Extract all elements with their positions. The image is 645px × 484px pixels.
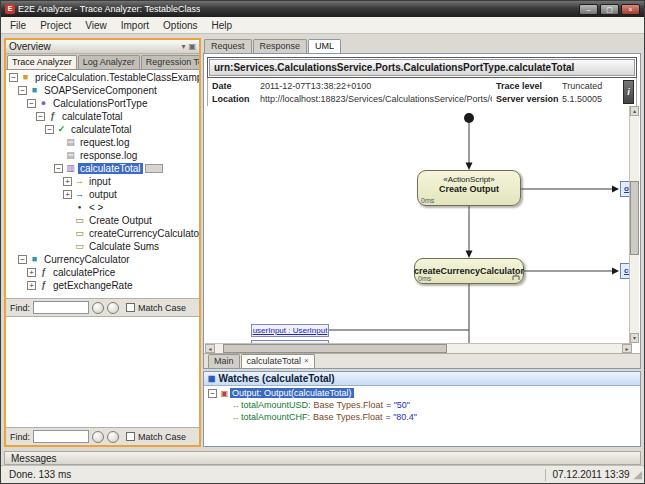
tree-row[interactable]: −■CurrencyCalculator	[6, 253, 199, 266]
check-icon: ✓	[56, 124, 67, 135]
tab-close-icon[interactable]: ×	[304, 357, 309, 365]
scroll-thumb[interactable]	[630, 181, 639, 255]
tree-expander-icon[interactable]: −	[54, 164, 63, 173]
tree-expander-icon[interactable]: +	[63, 190, 72, 199]
find-input[interactable]	[33, 430, 89, 443]
tree-expander-icon[interactable]: −	[18, 255, 27, 264]
close-button[interactable]: ×	[621, 4, 640, 15]
detail-tab-request[interactable]: Request	[204, 39, 252, 53]
operation-icon: ƒ	[38, 280, 49, 291]
log-icon: ▤	[65, 150, 76, 161]
resize-grip-icon[interactable]: ◢	[634, 468, 642, 481]
tree-expander-icon[interactable]: −	[18, 86, 27, 95]
detail-tab-response[interactable]: Response	[253, 39, 308, 53]
tree-expander-icon[interactable]: +	[27, 268, 36, 277]
tree-row[interactable]: ▭Calculate Sums	[6, 240, 199, 253]
overview-tab-log-analyzer[interactable]: Log Analyzer	[78, 55, 140, 69]
match-case-checkbox[interactable]	[126, 303, 135, 312]
scroll-up-button[interactable]: ▴	[630, 106, 639, 116]
tree-expander-icon[interactable]: −	[45, 125, 54, 134]
tree-item-badge	[145, 164, 163, 173]
menu-item-view[interactable]: View	[78, 19, 114, 32]
panel-header-icons: ▾ ▣	[181, 41, 196, 53]
tree-label: CalculationsPortType	[51, 98, 150, 109]
find-back-button[interactable]	[92, 302, 104, 314]
tree-row[interactable]: ▭createCurrencyCalculator	[6, 227, 199, 240]
horizontal-scrollbar[interactable]: ◂ ▸	[205, 343, 632, 353]
scroll-left-button[interactable]: ◂	[205, 344, 215, 353]
detail-panel: RequestResponseUML urn:Services.Calculat…	[203, 38, 641, 447]
watch-row[interactable]: ↔totalAmountUSD:Base Types.Float= "50"	[204, 399, 640, 411]
scroll-thumb[interactable]	[223, 344, 447, 353]
watch-expander-icon[interactable]: −	[208, 389, 217, 398]
menu-item-import[interactable]: Import	[114, 19, 156, 32]
object-node-userinput[interactable]: userInput : UserInput	[251, 324, 329, 337]
watch-row[interactable]: ↔totalAmountCHF:Base Types.Float= "80.4"	[204, 411, 640, 423]
tree-row[interactable]: +ƒgetExchangeRate	[6, 279, 199, 292]
watch-item-icon: ↔	[230, 401, 241, 410]
tree-expander-spacer	[54, 138, 63, 147]
minimize-button[interactable]: –	[579, 4, 598, 15]
tree-expander-icon[interactable]: +	[27, 281, 36, 290]
watches-header: ▦ Watches (calculateTotal)	[204, 372, 640, 386]
vertical-scrollbar[interactable]: ▴ ▾	[629, 106, 639, 343]
scroll-track[interactable]	[630, 116, 639, 333]
find-label: Find:	[10, 303, 30, 313]
tree-label: calculateTotal	[78, 163, 143, 174]
overview-tab-trace-analyzer[interactable]: Trace Analyzer	[7, 55, 77, 69]
tree-expander-spacer	[63, 203, 72, 212]
find-forward-button[interactable]	[107, 431, 119, 443]
menu-item-options[interactable]: Options	[156, 19, 204, 32]
pin-icon[interactable]: ▣	[188, 41, 196, 53]
tree-label: getExchangeRate	[51, 280, 135, 291]
info-button[interactable]: i	[623, 80, 634, 104]
maximize-button[interactable]: ▢	[600, 4, 619, 15]
tree-row[interactable]: −▥calculateTotal	[6, 162, 199, 175]
component-icon: ■	[29, 85, 40, 96]
tree-row[interactable]: −ƒcalculateTotal	[6, 110, 199, 123]
scroll-down-button[interactable]: ▾	[630, 333, 639, 343]
tree-row[interactable]: −✓calculateTotal	[6, 123, 199, 136]
trace-icon: ▥	[65, 163, 76, 174]
tree-expander-icon[interactable]: +	[63, 177, 72, 186]
tree-row[interactable]: +→output	[6, 188, 199, 201]
tree-expander-icon[interactable]: −	[27, 99, 36, 108]
find-forward-button[interactable]	[107, 302, 119, 314]
uml-view: urn:Services.CalculationsService.Ports.C…	[203, 53, 641, 369]
doc-tab-main[interactable]: Main	[208, 354, 240, 368]
tree-row[interactable]: ●< >	[6, 201, 199, 214]
menubar: FileProjectViewImportOptionsHelp	[1, 17, 644, 34]
scroll-track[interactable]	[215, 344, 622, 353]
tree-row[interactable]: −●CalculationsPortType	[6, 97, 199, 110]
tree-row[interactable]: +→input	[6, 175, 199, 188]
findbar-bottom: Find: Match Case	[6, 427, 199, 445]
tree-row[interactable]: +ƒcalculatePrice	[6, 266, 199, 279]
doc-tab-calculatetotal[interactable]: calculateTotal×	[241, 354, 315, 368]
tree-row[interactable]: ▤response.log	[6, 149, 199, 162]
tree-row[interactable]: −■SOAPServiceComponent	[6, 84, 199, 97]
scroll-right-button[interactable]: ▸	[622, 344, 632, 353]
tree-label: response.log	[78, 150, 139, 161]
menu-item-project[interactable]: Project	[33, 19, 78, 32]
tree-row[interactable]: −■priceCalculation.TestableClassExample.…	[6, 71, 199, 84]
tree-label: CurrencyCalculator	[42, 254, 132, 265]
action-label: Create Output	[418, 184, 520, 194]
titlebar[interactable]: E E2E Analyzer - Trace Analyzer: Testabl…	[1, 1, 644, 17]
tree-expander-icon[interactable]: −	[36, 112, 45, 121]
info-value: Truncated	[562, 81, 620, 91]
detail-tab-uml[interactable]: UML	[308, 39, 341, 53]
tree-expander-icon[interactable]: −	[9, 73, 18, 82]
panel-menu-icon[interactable]: ▾	[181, 41, 185, 53]
action-icon: ▭	[74, 241, 85, 252]
menu-item-help[interactable]: Help	[205, 19, 240, 32]
find-back-button[interactable]	[92, 431, 104, 443]
watch-row-root[interactable]: −▣Output: Output(calculateTotal)	[204, 387, 640, 399]
tree-row[interactable]: ▤request.log	[6, 136, 199, 149]
tree-row[interactable]: ▭Create Output	[6, 214, 199, 227]
messages-label: Messages	[11, 453, 57, 464]
messages-bar[interactable]: Messages	[4, 451, 641, 465]
find-input[interactable]	[33, 301, 89, 314]
menu-item-file[interactable]: File	[3, 19, 33, 32]
overview-tab-regression-tests[interactable]: Regression Tests	[141, 55, 199, 69]
match-case-checkbox[interactable]	[126, 432, 135, 441]
